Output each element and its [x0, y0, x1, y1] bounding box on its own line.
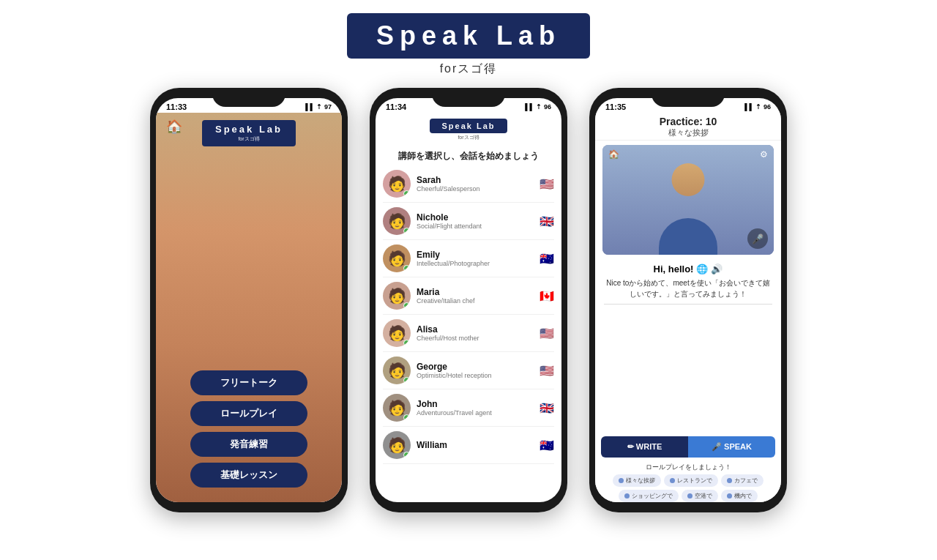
tutor-info: MariaCreative/Italian chef: [417, 287, 540, 305]
topic-tag[interactable]: 空港で: [682, 490, 718, 502]
tutor-desc: Cheerful/Host mother: [417, 335, 540, 342]
tutor-avatar: 🧑: [383, 356, 411, 384]
page-header: Speak Lab forスゴ得: [347, 13, 590, 77]
phone3-gear-icon[interactable]: ⚙: [760, 149, 768, 160]
roleplay-label: ロールプレイをしましょう！: [595, 463, 781, 472]
phone1-logo-box: Speak Lab forスゴ得: [202, 120, 296, 146]
phone2-content: Speak Lab forスゴ得 講師を選択し、会話を始めましょう 🧑Sarah…: [376, 113, 561, 502]
write-button[interactable]: ✏ WRITE: [601, 436, 688, 458]
phone1-background: 🏠 Speak Lab forスゴ得 フリートーク ロールプレイ 発音練習 基礎…: [156, 113, 342, 502]
phone2-title: 講師を選択し、会話を始めましょう: [376, 150, 561, 163]
tag-label: 機内で: [734, 492, 752, 500]
phone1-time: 11:33: [166, 102, 187, 111]
tutor-name: Sarah: [417, 175, 540, 185]
tutor-desc: Intellectual/Photographer: [417, 260, 540, 267]
tutor-list: 🧑SarahCheerful/Salesperson🇺🇸🧑NicholeSoci…: [376, 165, 561, 502]
tutor-desc: Adventurous/Travel agent: [417, 409, 540, 417]
tutor-info: SarahCheerful/Salesperson: [417, 175, 540, 193]
tutor-desc: Cheerful/Salesperson: [417, 185, 540, 193]
topic-tag[interactable]: 機内で: [721, 490, 758, 502]
tutor-flag: 🇬🇧: [540, 214, 554, 228]
tutor-item[interactable]: 🧑EmilyIntellectual/Photographer🇦🇺: [383, 240, 554, 277]
tutor-item[interactable]: 🧑MariaCreative/Italian chef🇨🇦: [383, 277, 554, 315]
chat-message: Nice toから始めて、meetを使い「お会いできて嬉しいです。」と言ってみま…: [604, 277, 772, 299]
tutor-avatar: 🧑: [383, 431, 411, 459]
phone2-time: 11:34: [386, 102, 406, 111]
phone3-notch: [652, 88, 725, 107]
phone3-mic-icon[interactable]: 🎤: [747, 228, 768, 249]
phone2-logo-sub: forスゴ得: [458, 134, 479, 141]
tutor-info: AlisaCheerful/Host mother: [417, 324, 540, 342]
header-logo-box: Speak Lab: [347, 13, 590, 59]
header-logo-text: Speak Lab: [376, 20, 561, 51]
tag-label: レストランで: [677, 477, 712, 485]
tag-label: カフェで: [734, 477, 758, 485]
tag-dot: [687, 493, 693, 499]
topic-tag[interactable]: レストランで: [664, 474, 718, 487]
tutor-item[interactable]: 🧑William🇦🇺: [383, 427, 554, 464]
tutor-avatar: 🧑: [383, 170, 411, 198]
topic-tag[interactable]: カフェで: [721, 474, 764, 487]
phone3: 11:35 ▌▌ ⇡ 96 Practice: 10 様々な挨拶 🏠 ⚙ 🎤: [589, 88, 787, 512]
person-head: [672, 163, 705, 196]
tutor-avatar: 🧑: [383, 319, 411, 347]
tutor-item[interactable]: 🧑GeorgeOptimistic/Hotel reception🇺🇸: [383, 352, 554, 389]
tutor-avatar: 🧑: [383, 207, 411, 235]
tutor-item[interactable]: 🧑SarahCheerful/Salesperson🇺🇸: [383, 165, 554, 203]
phone2-logo-text: Speak Lab: [441, 122, 495, 130]
pronunciation-button[interactable]: 発音練習: [190, 432, 307, 457]
tutor-flag: 🇺🇸: [540, 177, 554, 191]
tag-dot: [624, 493, 630, 499]
phone1-buttons: フリートーク ロールプレイ 発音練習 基礎レッスン: [156, 370, 342, 488]
tutor-name: John: [417, 399, 540, 409]
phone1: 11:33 ▌▌ ⇡ 97 🏠 Speak Lab forスゴ得 フリートーク …: [150, 88, 348, 512]
phone1-status-icons: ▌▌ ⇡ 97: [305, 103, 332, 111]
phone3-home-icon[interactable]: 🏠: [608, 149, 619, 160]
tutor-info: NicholeSocial/Flight attendant: [417, 212, 540, 230]
chat-divider: [604, 304, 772, 305]
tutor-item[interactable]: 🧑JohnAdventurous/Travel agent🇬🇧: [383, 389, 554, 427]
topic-tags: 様々な挨拶レストランでカフェでショッピングで空港で機内で: [595, 474, 781, 502]
tutor-name: Maria: [417, 287, 540, 297]
phone2-logo-area: Speak Lab forスゴ得: [376, 113, 561, 146]
tutor-item[interactable]: 🧑NicholeSocial/Flight attendant🇬🇧: [383, 203, 554, 240]
free-talk-button[interactable]: フリートーク: [190, 370, 307, 395]
phone2-screen: 11:34 ▌▌ ⇡ 96 Speak Lab forスゴ得 講師を選択し、会話…: [376, 98, 561, 502]
tutor-avatar: 🧑: [383, 394, 411, 422]
speaker-icon[interactable]: 🔊: [711, 264, 723, 275]
basic-lesson-button[interactable]: 基礎レッスン: [190, 463, 307, 488]
header-subtitle: forスゴ得: [440, 61, 498, 77]
tutor-avatar: 🧑: [383, 282, 411, 310]
practice-subtitle: 様々な挨拶: [595, 127, 781, 138]
phone2-status-icons: ▌▌ ⇡ 96: [525, 103, 551, 111]
tutor-flag: 🇬🇧: [540, 401, 554, 415]
tag-label: 空港で: [695, 492, 712, 500]
write-speak-buttons: ✏ WRITE 🎤 SPEAK: [601, 436, 775, 458]
translation-icon[interactable]: 🌐: [696, 264, 708, 275]
tag-dot: [727, 493, 732, 499]
tutor-name: George: [417, 362, 540, 372]
role-play-button[interactable]: ロールプレイ: [190, 401, 307, 426]
tutor-desc: Social/Flight attendant: [417, 223, 540, 230]
phones-container: 11:33 ▌▌ ⇡ 97 🏠 Speak Lab forスゴ得 フリートーク …: [0, 88, 937, 512]
phone3-screen: 11:35 ▌▌ ⇡ 96 Practice: 10 様々な挨拶 🏠 ⚙ 🎤: [595, 98, 781, 502]
tutor-item[interactable]: 🧑AlisaCheerful/Host mother🇺🇸: [383, 315, 554, 352]
tutor-flag: 🇦🇺: [540, 438, 554, 452]
tutor-info: JohnAdventurous/Travel agent: [417, 399, 540, 417]
tutor-desc: Creative/Italian chef: [417, 297, 540, 305]
phone1-logo-sub: forスゴ得: [215, 135, 283, 143]
practice-number: Practice: 10: [595, 116, 781, 127]
tutor-name: Alisa: [417, 324, 540, 335]
phone2: 11:34 ▌▌ ⇡ 96 Speak Lab forスゴ得 講師を選択し、会話…: [370, 88, 567, 512]
phone3-top: Practice: 10 様々な挨拶: [595, 113, 781, 141]
topic-tag[interactable]: 様々な挨拶: [613, 474, 661, 487]
tag-dot: [619, 478, 624, 483]
home-icon[interactable]: 🏠: [166, 119, 182, 135]
phone3-content: Practice: 10 様々な挨拶 🏠 ⚙ 🎤 Hi, hello! 🌐: [595, 113, 781, 502]
tag-label: 様々な挨拶: [626, 477, 655, 485]
tutor-info: GeorgeOptimistic/Hotel reception: [417, 362, 540, 379]
speak-button[interactable]: 🎤 SPEAK: [688, 436, 775, 458]
topic-tag[interactable]: ショッピングで: [619, 490, 679, 502]
chat-greeting: Hi, hello! 🌐 🔊: [604, 264, 772, 275]
phone3-chat-area: Hi, hello! 🌐 🔊 Nice toから始めて、meetを使い「お会いで…: [595, 259, 781, 433]
